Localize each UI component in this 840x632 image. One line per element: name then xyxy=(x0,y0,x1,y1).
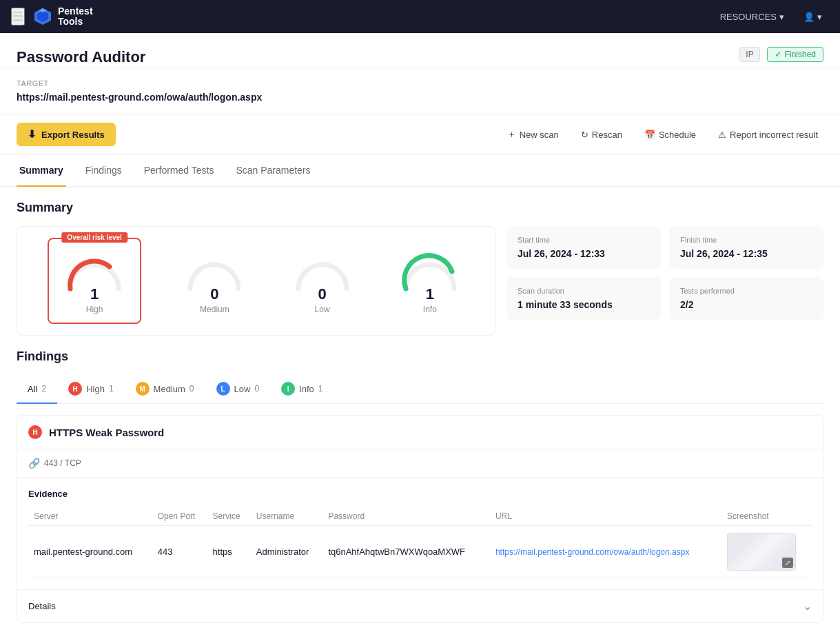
logo-icon xyxy=(33,7,52,26)
target-label: Target xyxy=(17,79,823,88)
cell-service: https xyxy=(207,526,251,578)
new-scan-button[interactable]: ＋ New scan xyxy=(502,124,564,145)
warning-icon: ⚠ xyxy=(718,130,726,140)
cell-screenshot: ⤢ xyxy=(721,526,812,578)
summary-title: Summary xyxy=(17,201,823,215)
tab-scan-parameters[interactable]: Scan Parameters xyxy=(233,155,313,187)
calendar-icon: 📅 xyxy=(644,130,655,140)
finding-title: HTTPS Weak Password xyxy=(49,427,164,438)
plus-icon: ＋ xyxy=(507,128,516,141)
finding-port: 🔗 443 / TCP xyxy=(17,449,823,477)
topnav: ☰ Pentest Tools RESOURCES ▾ 👤 ▾ xyxy=(0,0,840,33)
target-section: Target https://mail.pentest-ground.com/o… xyxy=(0,68,840,114)
stat-scan-duration: Scan duration 1 minute 33 seconds xyxy=(506,277,661,320)
filter-medium-badge: M xyxy=(136,382,150,396)
topnav-left: ☰ Pentest Tools xyxy=(11,6,93,28)
stat-start-time-value: Jul 26, 2024 - 12:33 xyxy=(518,248,650,259)
gauge-high-label: High xyxy=(60,305,129,314)
evidence-url-link[interactable]: https://mail.pentest-ground.com/owa/auth… xyxy=(495,547,690,557)
col-password: Password xyxy=(322,507,490,526)
rescan-button[interactable]: ↻ Rescan xyxy=(575,125,628,144)
stat-scan-duration-label: Scan duration xyxy=(518,287,650,295)
finding-port-value: 443 / TCP xyxy=(44,458,81,468)
screenshot-thumbnail[interactable]: ⤢ xyxy=(727,533,796,571)
filter-info-label: Info xyxy=(299,384,314,394)
hamburger-button[interactable]: ☰ xyxy=(11,8,25,26)
filter-tab-medium[interactable]: M Medium 0 xyxy=(125,375,205,404)
topnav-right: RESOURCES ▾ 👤 ▾ xyxy=(713,8,829,26)
gauge-high: Overall risk level 1 High xyxy=(48,238,141,324)
filter-low-badge: L xyxy=(216,382,230,396)
cell-server: mail.pentest-ground.com xyxy=(28,526,152,578)
col-url: URL xyxy=(490,507,721,526)
filter-tab-info[interactable]: I Info 1 xyxy=(270,375,334,404)
header-right: IP Finished xyxy=(739,47,823,68)
col-open-port: Open Port xyxy=(152,507,207,526)
stat-start-time-label: Start time xyxy=(518,236,650,244)
refresh-icon: ↻ xyxy=(581,130,588,140)
gauge-info: 1 Info xyxy=(396,247,464,314)
details-row[interactable]: Details ⌄ xyxy=(17,589,823,622)
filter-info-badge: I xyxy=(281,382,295,396)
main-container: Password Auditor IP Finished Target http… xyxy=(0,33,840,632)
filter-high-label: High xyxy=(86,384,105,394)
evidence-table-body: mail.pentest-ground.com 443 https Admini… xyxy=(28,526,812,578)
risk-gauges-area: Overall risk level 1 High 0 xyxy=(17,226,495,336)
cell-password: tq6nAhfAhqtwBn7WXWqoaMXWF xyxy=(322,526,490,578)
findings-title: Findings xyxy=(17,349,823,364)
user-button[interactable]: 👤 ▾ xyxy=(797,8,829,26)
col-screenshot: Screenshot xyxy=(721,507,812,526)
stat-finish-time-value: Jul 26, 2024 - 12:35 xyxy=(680,248,812,259)
details-label: Details xyxy=(28,601,56,611)
stat-scan-duration-value: 1 minute 33 seconds xyxy=(518,299,650,310)
filter-medium-count: 0 xyxy=(189,384,194,394)
resources-button[interactable]: RESOURCES ▾ xyxy=(713,8,791,26)
chevron-down-icon: ▾ xyxy=(779,12,784,22)
schedule-button[interactable]: 📅 Schedule xyxy=(639,125,701,144)
user-icon: 👤 xyxy=(803,12,815,22)
finding-header: H HTTPS Weak Password xyxy=(17,416,823,449)
filter-medium-label: Medium xyxy=(154,384,185,394)
summary-grid: Overall risk level 1 High 0 xyxy=(17,226,823,336)
tab-performed-tests[interactable]: Performed Tests xyxy=(141,155,217,187)
cell-username: Administrator xyxy=(251,526,323,578)
evidence-table-header-row: Server Open Port Service Username Passwo… xyxy=(28,507,812,526)
filter-tab-low[interactable]: L Low 0 xyxy=(205,375,271,404)
report-button[interactable]: ⚠ Report incorrect result xyxy=(713,125,823,144)
filter-all-count: 2 xyxy=(41,384,46,394)
tabs-bar: Summary Findings Performed Tests Scan Pa… xyxy=(0,155,840,187)
findings-section: Findings All 2 H High 1 M Medium 0 L Low… xyxy=(0,349,840,632)
cell-url: https://mail.pentest-ground.com/owa/auth… xyxy=(490,526,721,578)
logo-text: Pentest Tools xyxy=(58,6,93,28)
finding-card: H HTTPS Weak Password 🔗 443 / TCP Eviden… xyxy=(17,415,823,623)
actions-bar: ⬇ Export Results ＋ New scan ↻ Rescan 📅 S… xyxy=(0,114,840,155)
export-button[interactable]: ⬇ Export Results xyxy=(17,123,116,146)
page-header: Password Auditor IP Finished xyxy=(0,33,840,68)
filter-high-count: 1 xyxy=(109,384,114,394)
expand-icon[interactable]: ⤢ xyxy=(782,558,793,568)
network-icon: 🔗 xyxy=(28,458,40,469)
filter-tab-high[interactable]: H High 1 xyxy=(57,375,124,404)
gauge-info-label: Info xyxy=(396,305,464,314)
stats-row-2: Scan duration 1 minute 33 seconds Tests … xyxy=(506,277,823,320)
evidence-title: Evidence xyxy=(28,489,812,499)
gauge-medium: 0 Medium xyxy=(180,247,249,314)
table-row: mail.pentest-ground.com 443 https Admini… xyxy=(28,526,812,578)
stat-tests-performed: Tests performed 2/2 xyxy=(669,277,823,320)
filter-tab-all[interactable]: All 2 xyxy=(17,375,57,404)
filter-high-badge: H xyxy=(68,382,82,396)
filter-all-label: All xyxy=(28,384,37,394)
logo: Pentest Tools xyxy=(33,6,93,28)
stat-finish-time: Finish time Jul 26, 2024 - 12:35 xyxy=(669,226,823,269)
target-value: https://mail.pentest-ground.com/owa/auth… xyxy=(17,92,823,103)
summary-section: Summary Overall risk level 1 High xyxy=(0,187,840,349)
filter-tabs: All 2 H High 1 M Medium 0 L Low 0 I Info xyxy=(17,375,823,404)
gauge-low: 0 Low xyxy=(288,247,357,314)
tab-findings[interactable]: Findings xyxy=(83,155,125,187)
evidence-table: Server Open Port Service Username Passwo… xyxy=(28,507,812,578)
cell-open-port: 443 xyxy=(152,526,207,578)
tab-summary[interactable]: Summary xyxy=(17,155,66,187)
filter-info-count: 1 xyxy=(318,384,323,394)
stat-start-time: Start time Jul 26, 2024 - 12:33 xyxy=(506,226,661,269)
ip-badge: IP xyxy=(739,47,759,62)
